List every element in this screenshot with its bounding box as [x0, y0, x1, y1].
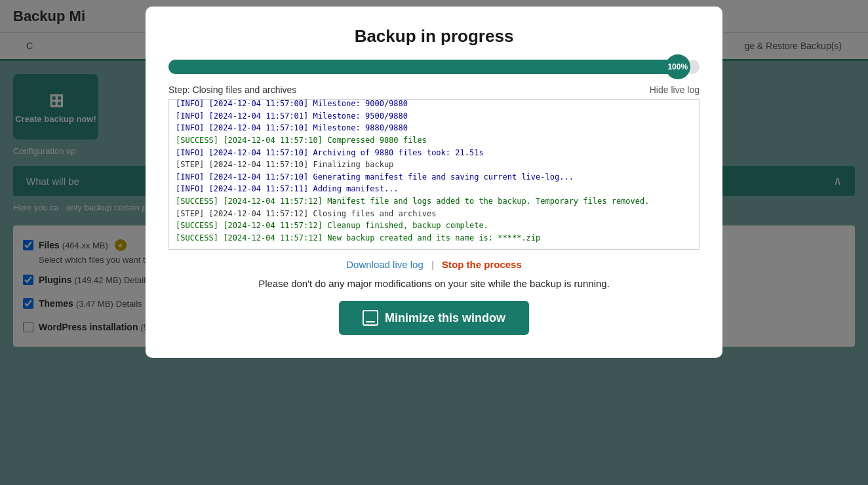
progress-bar-bg: 100% — [168, 60, 700, 74]
separator: | — [431, 259, 434, 270]
modal-title: Backup in progress — [168, 26, 700, 47]
step-label: Step: Closing files and archives — [168, 85, 296, 95]
backup-modal: Backup in progress 100% Step: Closing fi… — [146, 7, 722, 358]
minimize-icon — [363, 310, 378, 326]
minimize-button[interactable]: Minimize this window — [339, 301, 529, 335]
action-links: Download live log | Stop the process — [168, 259, 700, 270]
warning-text: Please don't do any major modifications … — [168, 278, 700, 289]
progress-badge: 100% — [665, 54, 690, 79]
log-header: Step: Closing files and archives Hide li… — [168, 85, 700, 95]
progress-container: 100% — [168, 60, 700, 74]
minimize-label: Minimize this window — [385, 311, 505, 325]
modal-actions: Download live log | Stop the process Ple… — [168, 259, 700, 335]
progress-bar-fill: 100% — [168, 60, 689, 74]
hide-live-log-link[interactable]: Hide live log — [650, 85, 700, 95]
stop-process-link[interactable]: Stop the process — [442, 259, 522, 270]
download-log-link[interactable]: Download live log — [346, 259, 424, 270]
log-box[interactable]: [INFO] [2024-12-04 11:57:00] Milestone: … — [168, 99, 700, 250]
progress-percent: 100% — [667, 62, 688, 71]
modal-overlay: Backup in progress 100% Step: Closing fi… — [0, 0, 868, 485]
